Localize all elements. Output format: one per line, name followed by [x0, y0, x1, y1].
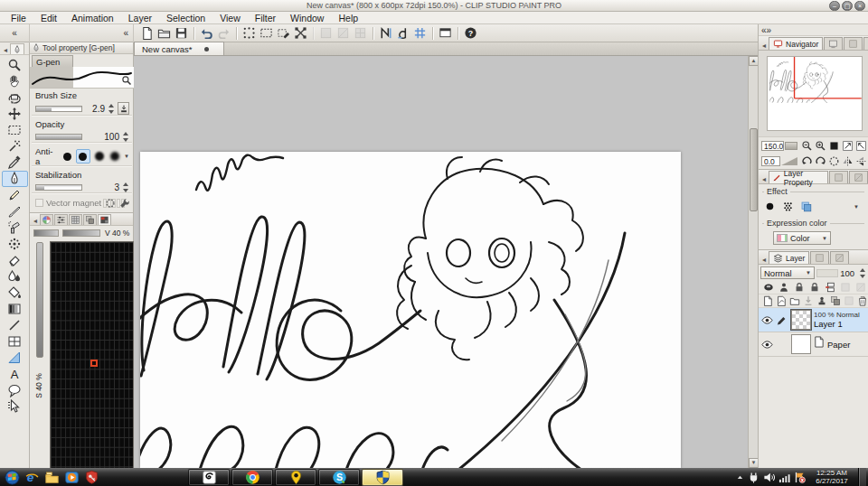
tab-auto-action[interactable]	[849, 171, 868, 183]
minimize-button[interactable]: –	[829, 1, 840, 11]
redo-button[interactable]	[215, 25, 232, 42]
rotate-left-button[interactable]	[800, 154, 814, 168]
tab-layer-search[interactable]	[810, 251, 829, 264]
collapse-right-panel-button[interactable]: «»	[759, 24, 868, 36]
menu-item-selection[interactable]: Selection	[159, 13, 212, 23]
figure-tool[interactable]	[2, 317, 28, 333]
show-desktop-button[interactable]	[858, 468, 866, 486]
new-vector-layer-button[interactable]	[775, 294, 787, 307]
screen-mode-button[interactable]	[437, 25, 454, 42]
flip-vertical-button[interactable]	[854, 154, 868, 168]
flip-horizontal-button[interactable]	[841, 154, 854, 168]
layer-thumbnail[interactable]	[791, 310, 811, 330]
internet-explorer-button[interactable]: e	[22, 468, 42, 486]
tool-palette-tab[interactable]	[10, 43, 24, 54]
collapse-arrow-icon[interactable]: ◂	[760, 175, 768, 183]
lock-transparent-button[interactable]	[807, 281, 821, 294]
layer-opacity-value[interactable]: 100	[840, 268, 854, 278]
gradient-tool[interactable]	[2, 301, 28, 317]
collapse-tool-property-button[interactable]: «	[30, 24, 134, 42]
reset-rotation-button[interactable]	[827, 154, 841, 168]
hue-bar[interactable]	[33, 229, 59, 237]
rotation-slider[interactable]	[781, 157, 797, 165]
collapse-arrow-icon[interactable]: ◂	[32, 217, 39, 225]
lock-layer-button[interactable]	[792, 281, 806, 294]
anti-aliasing-weak[interactable]	[76, 149, 90, 164]
move-tool[interactable]	[2, 106, 28, 122]
anti-aliasing-strong[interactable]	[108, 149, 122, 164]
zoom-in-button[interactable]	[814, 139, 827, 153]
maximize-button[interactable]: ▢	[842, 1, 853, 11]
zoom-out-button[interactable]	[800, 139, 814, 153]
ruler-range-button[interactable]	[854, 281, 867, 294]
media-player-button[interactable]	[61, 468, 81, 486]
tab-information[interactable]	[863, 37, 868, 50]
liquify-button[interactable]	[352, 25, 369, 42]
skype-task[interactable]: S	[318, 469, 360, 486]
color-slider-tab[interactable]	[54, 214, 68, 225]
sub-tool-tab[interactable]: G-pen	[32, 55, 73, 67]
clip-studio-paint-task[interactable]	[188, 469, 230, 486]
color-grid-cursor[interactable]	[90, 360, 98, 367]
layer-mask-button[interactable]	[843, 294, 854, 307]
effect-dropdown-icon[interactable]: ▼	[854, 204, 859, 210]
brush-size-stepper[interactable]	[108, 103, 115, 115]
snap-to-grid-button[interactable]	[411, 25, 429, 42]
clip-to-layer-button[interactable]	[823, 281, 836, 294]
Layer 1[interactable]: 100 % Normal Layer 1	[759, 308, 868, 332]
tab-layer-property[interactable]: Layer Property	[769, 171, 828, 183]
layer-thumbnail[interactable]	[791, 334, 811, 354]
brush-size-value[interactable]: 2.9	[92, 104, 105, 114]
tab-tool-navigation[interactable]	[829, 171, 848, 183]
map-pin-app-task[interactable]	[275, 469, 316, 486]
layer-opacity-stepper[interactable]	[859, 267, 866, 279]
menu-item-file[interactable]: File	[4, 13, 33, 23]
transfer-to-layer-button[interactable]	[816, 294, 827, 307]
collapse-arrow-icon[interactable]: ◂	[760, 42, 768, 50]
blend-mode-dropdown[interactable]: Normal ▼	[760, 266, 815, 279]
new-raster-layer-button[interactable]	[761, 294, 773, 307]
rotate-right-button[interactable]	[814, 154, 827, 168]
quick-mask-button[interactable]	[275, 25, 292, 42]
enable-mask-button[interactable]	[838, 281, 852, 294]
auto-select-tool[interactable]	[2, 138, 28, 154]
actual-size-button[interactable]	[854, 139, 868, 153]
advanced-settings-icon[interactable]	[119, 198, 130, 209]
opacity-value[interactable]: 100	[104, 132, 119, 142]
zoom-slider[interactable]	[785, 142, 797, 150]
zoom-value-field[interactable]: 150.0	[761, 141, 784, 151]
text-tool[interactable]: A	[2, 366, 28, 382]
scroll-down-button[interactable]: ▼	[749, 458, 758, 468]
zoom-tool[interactable]	[2, 57, 28, 73]
pencil-tool[interactable]	[2, 187, 28, 203]
decoration-tool[interactable]	[2, 236, 28, 252]
fit-to-screen-button[interactable]	[827, 139, 841, 153]
color-grid[interactable]	[50, 241, 134, 469]
start-button[interactable]	[2, 468, 22, 486]
chrome-task[interactable]	[231, 469, 273, 486]
fill-tool[interactable]	[2, 285, 28, 301]
new-canvas-button[interactable]	[138, 25, 156, 42]
open-file-button[interactable]	[156, 25, 173, 42]
menu-item-filter[interactable]: Filter	[248, 13, 283, 23]
tab-item-bank[interactable]	[844, 37, 863, 50]
file-explorer-button[interactable]	[42, 468, 61, 486]
stabilization-value[interactable]: 3	[114, 182, 119, 192]
invert-selection-button[interactable]	[258, 25, 275, 42]
anti-aliasing-none[interactable]	[60, 149, 74, 164]
undo-button[interactable]	[198, 25, 215, 42]
ruler-tool[interactable]	[2, 350, 28, 366]
volume-tray-icon[interactable]	[763, 472, 775, 483]
layer-opacity-slider[interactable]	[816, 269, 838, 277]
fit-to-width-button[interactable]	[841, 139, 854, 153]
menu-item-view[interactable]: View	[212, 13, 248, 23]
brush-tool[interactable]	[2, 203, 28, 220]
collapse-toolbar-button[interactable]: «	[0, 24, 30, 42]
crop-button[interactable]	[317, 25, 335, 42]
brush-size-options-button[interactable]	[118, 102, 129, 115]
intermediate-color-tab[interactable]	[83, 214, 97, 225]
Paper[interactable]: Paper	[759, 332, 868, 357]
navigator-thumbnail[interactable]	[767, 56, 863, 131]
mesh-transform-button[interactable]	[335, 25, 352, 42]
hand-tool[interactable]	[2, 73, 28, 89]
